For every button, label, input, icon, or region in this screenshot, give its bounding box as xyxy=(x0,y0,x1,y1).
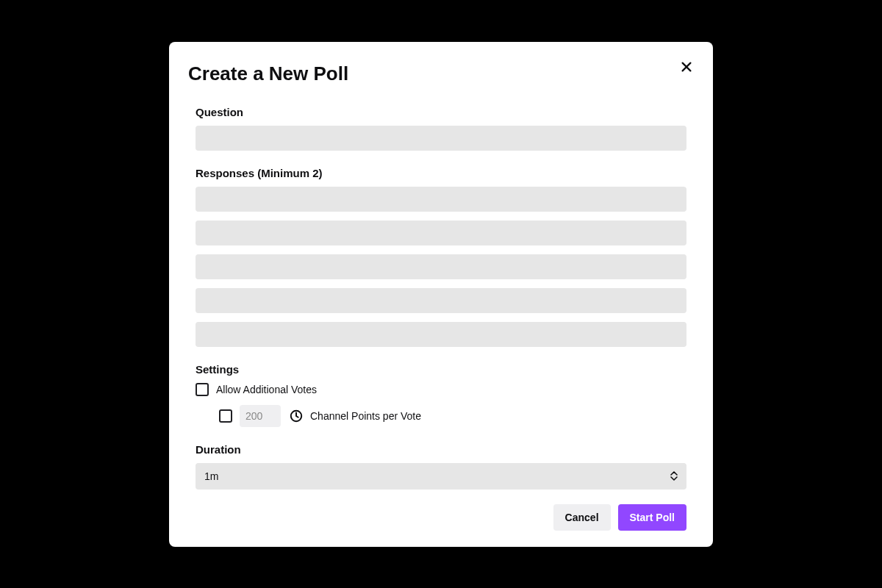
duration-select[interactable]: 1m xyxy=(196,463,686,490)
close-button[interactable] xyxy=(676,58,697,79)
channel-points-input[interactable] xyxy=(240,405,281,427)
start-poll-button[interactable]: Start Poll xyxy=(618,504,686,531)
response-input[interactable] xyxy=(196,220,686,245)
response-input[interactable] xyxy=(196,288,686,313)
channel-points-checkbox[interactable] xyxy=(219,409,232,423)
responses-label: Responses (Minimum 2) xyxy=(196,167,686,179)
settings-label: Settings xyxy=(196,363,686,376)
question-input[interactable] xyxy=(196,126,686,151)
button-row: Cancel Start Poll xyxy=(196,504,686,531)
question-label: Question xyxy=(196,106,686,118)
allow-additional-votes-label: Allow Additional Votes xyxy=(216,384,317,395)
cancel-button[interactable]: Cancel xyxy=(553,504,611,531)
form-area: Question Responses (Minimum 2) Settings … xyxy=(188,106,694,531)
responses-list xyxy=(196,187,686,347)
response-input[interactable] xyxy=(196,254,686,279)
channel-points-icon xyxy=(290,409,303,423)
allow-additional-votes-row: Allow Additional Votes xyxy=(196,383,686,396)
close-icon xyxy=(680,60,693,76)
stepper-icon xyxy=(670,471,678,481)
duration-label: Duration xyxy=(196,443,686,456)
response-input[interactable] xyxy=(196,322,686,347)
duration-value: 1m xyxy=(204,470,218,482)
modal-title: Create a New Poll xyxy=(188,62,694,85)
channel-points-label: Channel Points per Vote xyxy=(310,410,421,422)
response-input[interactable] xyxy=(196,187,686,212)
create-poll-modal: Create a New Poll Question Responses (Mi… xyxy=(169,42,713,547)
allow-additional-votes-checkbox[interactable] xyxy=(196,383,209,396)
channel-points-row: Channel Points per Vote xyxy=(196,405,686,427)
